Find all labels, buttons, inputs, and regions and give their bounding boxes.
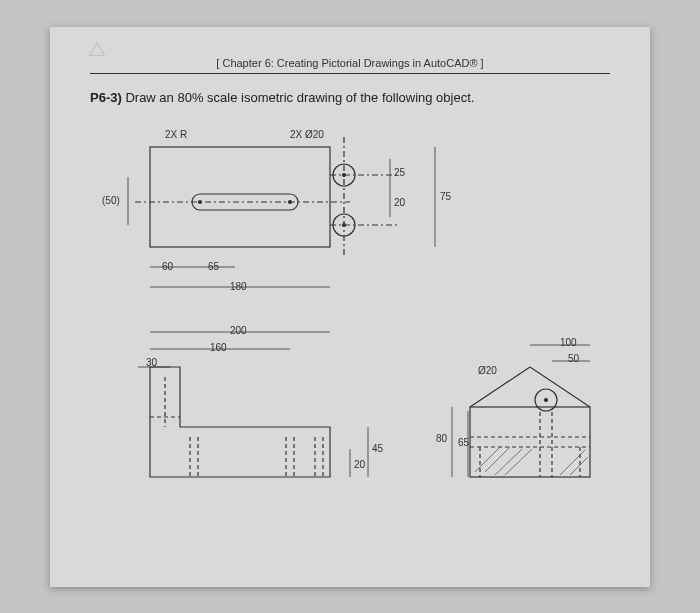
- chapter-text: [ Chapter 6: Creating Pictorial Drawings…: [216, 57, 483, 69]
- label-dia20: Ø20: [478, 365, 497, 376]
- label-2x-dia20: 2X Ø20: [290, 129, 324, 140]
- svg-line-44: [495, 449, 522, 475]
- dim-180: 180: [230, 281, 247, 292]
- svg-line-47: [570, 457, 588, 475]
- label-2xr: 2X R: [165, 129, 187, 140]
- dim-75: 75: [440, 191, 451, 202]
- dim-20a: 20: [394, 197, 405, 208]
- svg-line-46: [560, 450, 585, 475]
- dim-100: 100: [560, 337, 577, 348]
- dim-65b: 65: [458, 437, 469, 448]
- dim-45: 45: [372, 443, 383, 454]
- problem-id: P6-3): [90, 90, 122, 105]
- technical-drawing: 2X R 2X Ø20 (50) 60 65 180 25 20 75 200 …: [90, 117, 610, 557]
- svg-line-43: [485, 447, 510, 472]
- svg-point-35: [545, 398, 548, 401]
- problem-statement: P6-3) Draw an 80% scale isometric drawin…: [90, 90, 610, 105]
- svg-rect-31: [470, 407, 590, 477]
- document-page: [ Chapter 6: Creating Pictorial Drawings…: [50, 27, 650, 587]
- svg-line-42: [475, 447, 500, 472]
- chapter-header: [ Chapter 6: Creating Pictorial Drawings…: [90, 57, 610, 74]
- dim-30: 30: [146, 357, 157, 368]
- dim-80: 80: [436, 433, 447, 444]
- dim-200: 200: [230, 325, 247, 336]
- dim-25: 25: [394, 167, 405, 178]
- dim-160: 160: [210, 342, 227, 353]
- svg-line-33: [530, 367, 590, 407]
- watermark-logo: [86, 39, 108, 61]
- dim-20b: 20: [354, 459, 365, 470]
- svg-line-45: [505, 449, 532, 475]
- dim-50: (50): [102, 195, 120, 206]
- svg-rect-0: [150, 147, 330, 247]
- dim-50b: 50: [568, 353, 579, 364]
- dim-65a: 65: [208, 261, 219, 272]
- drawing-svg: [90, 117, 610, 557]
- dim-60: 60: [162, 261, 173, 272]
- problem-text: Draw an 80% scale isometric drawing of t…: [125, 90, 474, 105]
